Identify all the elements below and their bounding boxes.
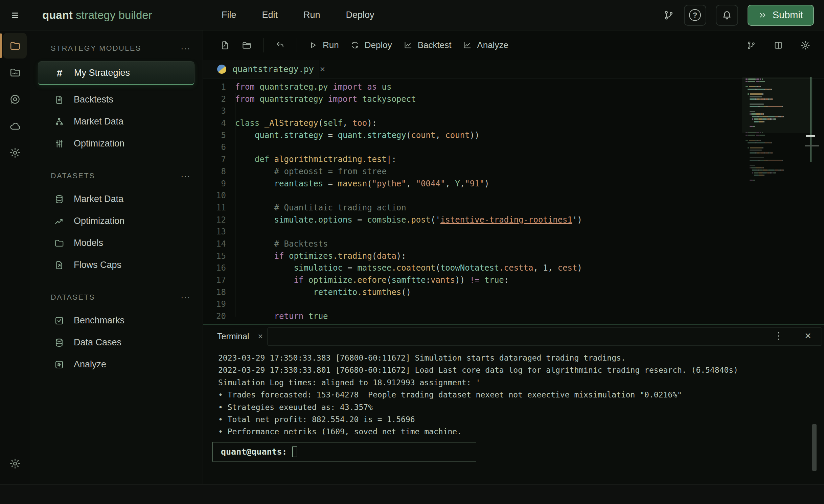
code-line: quant.strategy = quant.strategy(count, c… — [235, 130, 582, 142]
code-editor[interactable]: 1234567891011121314151617181920 from qua… — [203, 78, 824, 324]
code-line: retentito.stumthes() — [235, 287, 582, 299]
top-actions: ? Submit — [663, 5, 814, 26]
code-line: # Quantitaic trading action — [235, 202, 582, 214]
code-line — [235, 226, 582, 238]
sidebar-section-datasets: DATASETS···Market DataOptimizationModels… — [30, 163, 203, 276]
line-number-gutter: 1234567891011121314151617181920 — [203, 81, 226, 324]
sidebar-item-market-data[interactable]: Market Data — [30, 111, 203, 133]
hash-icon: # — [54, 67, 65, 79]
toolbar-run-button[interactable]: Run — [308, 40, 339, 50]
rail-gear-button[interactable] — [3, 140, 27, 165]
terminal-scrollbar[interactable] — [812, 424, 817, 471]
branch-button[interactable] — [746, 40, 756, 50]
sidebar-item-optimization[interactable]: Optimization — [30, 210, 203, 232]
toolbar-button-label: Deploy — [365, 40, 392, 50]
newfile-button[interactable] — [220, 40, 230, 50]
line-number: 14 — [203, 238, 226, 250]
menu-edit[interactable]: Edit — [262, 10, 278, 20]
section-menu-icon[interactable]: ··· — [181, 292, 190, 303]
sidebar-item-label: Optimization — [74, 138, 124, 149]
submit-label: Submit — [773, 9, 803, 21]
code-line: def algorithmictrading.test|: — [235, 154, 582, 166]
sidebar-item-label: Models — [74, 238, 103, 248]
section-title: STRATEGY MODULES — [51, 44, 141, 53]
sidebar-item-benchmarks[interactable]: Benchmarks — [30, 310, 203, 331]
section-title: DATASETS — [51, 172, 95, 180]
terminal-line: • Strategies exeuuted as: 43.357% — [218, 401, 824, 413]
toolbar-backtest-button[interactable]: Backtest — [404, 40, 452, 50]
line-number: 8 — [203, 166, 226, 178]
terminal-close-icon[interactable]: × — [805, 329, 811, 342]
line-number: 9 — [203, 178, 226, 190]
code-line: # opteosst = from_stree — [235, 166, 582, 178]
sidebar-item-data-cases[interactable]: Data Cases — [30, 331, 203, 353]
kebab-menu-icon[interactable]: ⋮ — [774, 330, 783, 341]
sidebar-item-label: Market Data — [74, 194, 123, 204]
toolbar-button-label: Run — [323, 40, 339, 50]
notifications-button[interactable] — [716, 5, 738, 26]
section-menu-icon[interactable]: ··· — [181, 43, 190, 54]
submit-button[interactable]: Submit — [748, 5, 814, 26]
tab-quantstrategy[interactable]: quantstrategy.py × — [203, 60, 319, 78]
git-branch-icon[interactable] — [663, 9, 674, 21]
minimap-tick — [806, 135, 815, 137]
line-number: 20 — [203, 311, 226, 323]
openfolder-button[interactable] — [242, 40, 252, 50]
sidebar-item-my-strategies[interactable]: #My Strategies — [38, 61, 194, 85]
rail-chat-button[interactable] — [3, 86, 27, 112]
toolbar-deploy-button[interactable]: Deploy — [350, 40, 392, 50]
minimap-viewport — [742, 77, 812, 133]
help-button[interactable]: ? — [684, 5, 706, 26]
rail-folder-button[interactable] — [3, 33, 27, 59]
hamburger-menu-icon[interactable]: ≡ — [0, 8, 30, 22]
line-number: 2 — [203, 93, 226, 106]
code-line: # Backtests — [235, 238, 582, 250]
doc-icon — [54, 95, 64, 105]
sidebar-item-label: Flows Caps — [74, 260, 121, 270]
rail-files-button[interactable] — [3, 60, 27, 85]
rail-cloud-button[interactable] — [3, 113, 27, 139]
toolbar-button-label: Backtest — [418, 40, 452, 50]
rail-settings-button[interactable] — [0, 458, 30, 469]
sidebar-item-label: Backtests — [74, 94, 113, 105]
line-number: 4 — [203, 117, 226, 130]
menu-run[interactable]: Run — [303, 10, 320, 20]
top-bar: ≡ quant strategy builder FileEditRunDepl… — [0, 0, 824, 30]
sidebar-item-models[interactable]: Models — [30, 232, 203, 254]
section-menu-icon[interactable]: ··· — [181, 171, 190, 181]
code-line: reantastes = mavesn("pythe", "0044", Y,"… — [235, 178, 582, 190]
minimap[interactable] — [746, 78, 808, 182]
sidebar-item-optimization[interactable]: Optimization — [30, 133, 203, 155]
double-chevron-icon — [758, 11, 767, 20]
line-number: 5 — [203, 130, 226, 142]
gear-icon — [9, 458, 21, 469]
editor-scrollbar[interactable] — [810, 77, 811, 162]
sidebar-item-analyze[interactable]: Analyze — [30, 353, 203, 375]
cycle-icon — [350, 41, 360, 50]
code-line: from quantsrateg.py import as us — [235, 81, 582, 93]
tab-close-icon[interactable]: × — [320, 64, 325, 74]
sidebar: STRATEGY MODULES···#My StrategiesBacktes… — [30, 30, 203, 484]
undo-button[interactable] — [275, 40, 285, 50]
sidebar-section-strategy-modules: STRATEGY MODULES···#My StrategiesBacktes… — [30, 35, 203, 155]
gear-button[interactable] — [800, 40, 810, 50]
sidebar-item-label: Benchmarks — [74, 315, 124, 326]
toolbar-analyze-button[interactable]: Analyze — [463, 40, 508, 50]
sidebar-item-flows-caps[interactable]: Flows Caps — [30, 254, 203, 276]
checksq-icon — [54, 316, 64, 326]
terminal-prompt[interactable]: quant@quants: — [212, 442, 476, 462]
terminal-tab-close-icon[interactable]: × — [258, 331, 263, 341]
split-button[interactable] — [773, 40, 783, 50]
code-line: from quantstrategy import tackysopect — [235, 93, 582, 106]
menu-file[interactable]: File — [222, 10, 236, 20]
menu-deploy[interactable]: Deploy — [346, 10, 374, 20]
line-number: 16 — [203, 262, 226, 274]
line-number: 1 — [203, 81, 226, 93]
sidebar-item-backtests[interactable]: Backtests — [30, 89, 203, 111]
toolbar-right-icons — [746, 40, 810, 50]
sidebar-item-market-data[interactable]: Market Data — [30, 188, 203, 210]
code-line: if optimizes.trading(data): — [235, 250, 582, 262]
terminal-line: • Total net profit: 882.554.20 is = 1.56… — [218, 413, 824, 426]
trend-icon — [54, 216, 64, 226]
line-number: 18 — [203, 287, 226, 299]
